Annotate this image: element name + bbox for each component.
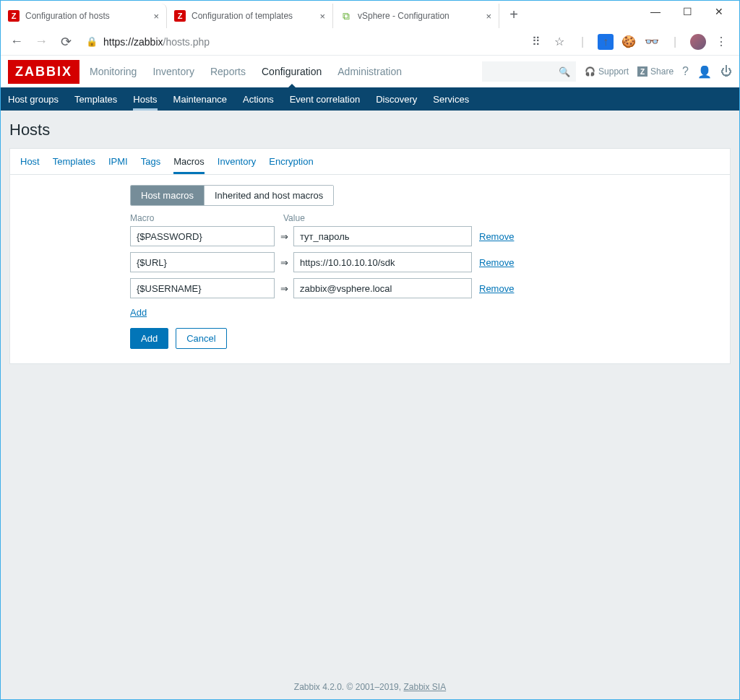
macros-form: Host macros Inherited and host macros Ma… [10, 175, 730, 363]
help-icon[interactable]: ? [682, 65, 689, 78]
config-tabs: Host Templates IPMI Tags Macros Inventor… [10, 149, 730, 175]
subnav-discovery[interactable]: Discovery [376, 87, 417, 111]
arrow-icon: ⇒ [279, 257, 289, 268]
macro-name-input[interactable] [130, 226, 275, 246]
browser-tab[interactable]: Z Configuration of templates × [167, 4, 333, 28]
close-tab-icon[interactable]: × [319, 11, 325, 22]
macro-value-input[interactable] [293, 252, 472, 272]
remove-link[interactable]: Remove [479, 231, 514, 242]
header-right: 🔍 🎧Support ZShare ? 👤 ⏻ [482, 61, 732, 82]
window-controls: — ☐ ✕ [640, 1, 739, 22]
new-tab-button[interactable]: + [504, 4, 524, 25]
cookie-extension-icon[interactable]: 🍪 [621, 34, 637, 50]
sub-nav: Host groups Templates Hosts Maintenance … [1, 87, 739, 111]
close-tab-icon[interactable]: × [486, 11, 491, 22]
cancel-button[interactable]: Cancel [176, 328, 226, 349]
arrow-icon: ⇒ [279, 231, 289, 242]
incognito-extension-icon[interactable]: 👓 [644, 34, 660, 50]
close-window-icon[interactable]: ✕ [703, 1, 735, 22]
search-input[interactable]: 🔍 [482, 61, 576, 82]
tab-title: Configuration of hosts [25, 11, 110, 21]
toolbar-icons: ⠿ ☆ | ↑ 🍪 👓 | ⋮ [524, 34, 733, 50]
power-icon[interactable]: ⏻ [720, 65, 732, 78]
separator: | [667, 34, 683, 50]
nav-monitoring[interactable]: Monitoring [90, 56, 137, 87]
subnav-maintenance[interactable]: Maintenance [173, 87, 227, 111]
macro-name-input[interactable] [130, 278, 275, 298]
col-value: Value [283, 213, 305, 223]
menu-icon[interactable]: ⋮ [713, 34, 729, 50]
separator: | [575, 34, 590, 50]
address-bar: ← → ⟳ 🔒 https://zabbix/hosts.php ⠿ ☆ | ↑… [1, 28, 739, 56]
url-host: https://zabbix [103, 36, 163, 48]
tab-encryption[interactable]: Encryption [269, 149, 313, 174]
nav-administration[interactable]: Administration [337, 56, 402, 87]
macro-row: ⇒ Remove [130, 278, 720, 298]
page-title: Hosts [9, 121, 731, 139]
add-macro-link[interactable]: Add [130, 307, 147, 318]
tab-tags[interactable]: Tags [141, 149, 160, 174]
support-link[interactable]: 🎧Support [585, 66, 629, 77]
subnav-services[interactable]: Services [433, 87, 469, 111]
close-tab-icon[interactable]: × [153, 11, 159, 22]
bookmark-icon[interactable]: ☆ [551, 34, 567, 50]
macro-value-input[interactable] [293, 226, 472, 246]
search-icon: 🔍 [559, 66, 570, 77]
translate-icon[interactable]: ⠿ [528, 34, 544, 50]
page-content: ZABBIX Monitoring Inventory Reports Conf… [1, 56, 739, 699]
config-panel: Host Templates IPMI Tags Macros Inventor… [9, 148, 731, 364]
remove-link[interactable]: Remove [479, 283, 514, 294]
url-input[interactable]: 🔒 https://zabbix/hosts.php [80, 31, 520, 53]
main-nav: Monitoring Inventory Reports Configurati… [90, 56, 402, 87]
profile-avatar[interactable] [690, 34, 706, 50]
browser-window: Z Configuration of hosts × Z Configurati… [0, 0, 740, 700]
tab-inventory[interactable]: Inventory [218, 149, 256, 174]
user-icon[interactable]: 👤 [697, 65, 712, 79]
tab-ipmi[interactable]: IPMI [108, 149, 128, 174]
remove-link[interactable]: Remove [479, 257, 514, 268]
back-button[interactable]: ← [7, 32, 27, 52]
macro-value-input[interactable] [293, 278, 472, 298]
subnav-actions[interactable]: Actions [243, 87, 274, 111]
macro-name-input[interactable] [130, 252, 275, 272]
browser-tab[interactable]: ⧉ vSphere - Configuration × [333, 4, 499, 28]
tab-host[interactable]: Host [20, 149, 40, 174]
zabbix-header: ZABBIX Monitoring Inventory Reports Conf… [1, 56, 739, 87]
share-icon: Z [637, 66, 648, 77]
page-body: Hosts Host Templates IPMI Tags Macros In… [1, 111, 739, 374]
col-macro: Macro [130, 213, 276, 223]
tab-templates[interactable]: Templates [53, 149, 95, 174]
forward-button[interactable]: → [31, 32, 51, 52]
subnav-hostgroups[interactable]: Host groups [8, 87, 59, 111]
nav-inventory[interactable]: Inventory [152, 56, 194, 87]
browser-tab-active[interactable]: Z Configuration of hosts × [1, 4, 167, 28]
zabbix-logo[interactable]: ZABBIX [8, 60, 79, 84]
host-macros-button[interactable]: Host macros [131, 186, 204, 205]
macro-row: ⇒ Remove [130, 226, 720, 246]
nav-configuration[interactable]: Configuration [262, 56, 322, 87]
add-button[interactable]: Add [130, 328, 168, 349]
lock-icon: 🔒 [86, 36, 98, 47]
maximize-icon[interactable]: ☐ [671, 1, 703, 22]
minimize-icon[interactable]: — [640, 1, 671, 22]
column-headers: Macro Value [130, 213, 720, 223]
zabbix-favicon-icon: Z [8, 10, 20, 22]
titlebar: Z Configuration of hosts × Z Configurati… [1, 1, 739, 28]
subnav-templates[interactable]: Templates [74, 87, 117, 111]
arrow-icon: ⇒ [279, 283, 289, 294]
macro-mode-toggle: Host macros Inherited and host macros [130, 185, 334, 206]
tab-title: Configuration of templates [192, 11, 293, 21]
footer: Zabbix 4.2.0. © 2001–2019, Zabbix SIA [1, 676, 739, 699]
subnav-eventcorr[interactable]: Event correlation [290, 87, 361, 111]
tab-macros[interactable]: Macros [173, 149, 205, 174]
subnav-hosts[interactable]: Hosts [133, 87, 157, 111]
vsphere-favicon-icon: ⧉ [340, 10, 352, 22]
macro-row: ⇒ Remove [130, 252, 720, 272]
nav-reports[interactable]: Reports [210, 56, 246, 87]
browser-tabs: Z Configuration of hosts × Z Configurati… [1, 1, 640, 28]
reload-button[interactable]: ⟳ [56, 32, 76, 52]
share-link[interactable]: ZShare [637, 66, 674, 77]
inherited-macros-button[interactable]: Inherited and host macros [204, 186, 333, 205]
footer-link[interactable]: Zabbix SIA [403, 682, 446, 692]
extension-icon[interactable]: ↑ [598, 34, 614, 50]
